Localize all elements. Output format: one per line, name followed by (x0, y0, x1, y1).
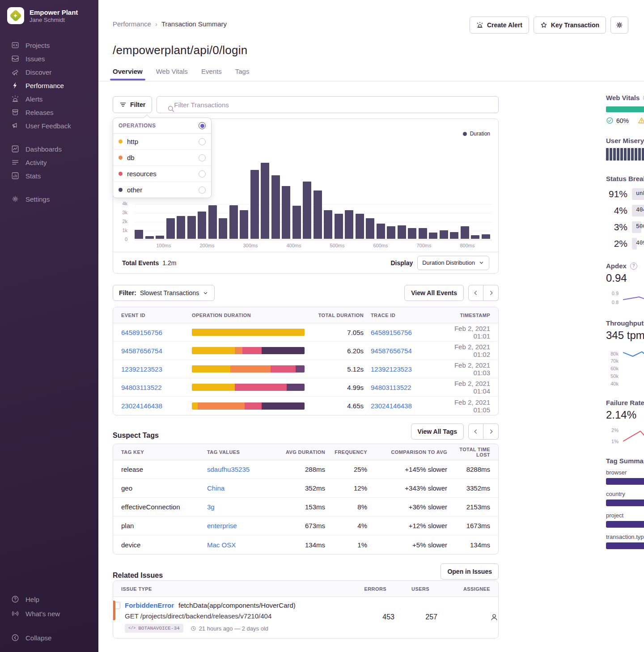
display-dropdown-value: Duration Distribution (422, 259, 475, 266)
warning-triangle-icon (638, 117, 644, 124)
chevron-left-icon (473, 290, 479, 296)
table-row: 123921235235.12s12392123523Feb 2, 2021 0… (113, 360, 498, 378)
filter-option-db[interactable]: db (113, 150, 211, 166)
operations-header-row[interactable]: OPERATIONS (113, 118, 211, 134)
assignee-button[interactable] (445, 613, 498, 621)
misery-segment (635, 148, 637, 161)
comparison-to-avg: +12% slower (373, 522, 447, 529)
event-id-link[interactable]: 23024146438 (121, 402, 185, 410)
issue-error-type-link[interactable]: ForbiddenError (125, 601, 174, 609)
collapse-icon (11, 634, 19, 642)
misery-segment (638, 148, 641, 161)
avg-duration: 673ms (280, 522, 325, 529)
sidebar-item-activity[interactable]: Activity (0, 156, 98, 169)
prev-page-button[interactable] (468, 423, 483, 440)
next-page-button[interactable] (483, 285, 499, 301)
filter-option-label: db (127, 154, 135, 161)
filter-option-http[interactable]: http (113, 134, 211, 150)
operations-header-label: OPERATIONS (119, 123, 156, 129)
view-all-tags-button[interactable]: View All Tags (411, 423, 464, 440)
x-axis-label: 600ms (373, 243, 388, 248)
org-switcher[interactable]: ✦ Empower Plant Jane Schmidt (0, 0, 98, 29)
sidebar-item-help[interactable]: Help (0, 592, 98, 606)
trace-id-link[interactable]: 12392123523 (371, 365, 446, 373)
filter-option-radio[interactable] (199, 186, 206, 194)
tab-tags[interactable]: Tags (235, 68, 250, 80)
activity-icon (11, 158, 19, 166)
operations-radio-selected[interactable] (199, 122, 206, 129)
tag-value-link[interactable]: Mac OSX (207, 541, 274, 549)
view-all-events-button[interactable]: View All Events (404, 285, 464, 301)
key-transaction-button[interactable]: Key Transaction (534, 17, 606, 34)
sidebar-item-label: Discover (25, 68, 51, 76)
status-row: 4%404 not_found (606, 205, 644, 216)
chart-legend[interactable]: Duration (463, 131, 490, 137)
misery-segment (631, 148, 634, 161)
tab-overview[interactable]: Overview (113, 68, 143, 80)
sidebar-item-issues[interactable]: Issues (0, 52, 98, 65)
total-duration: 5.12s (312, 365, 364, 373)
trace-id-link[interactable]: 64589156756 (371, 329, 446, 336)
settings-gear-button[interactable] (610, 17, 628, 34)
event-id-link[interactable]: 12392123523 (121, 365, 185, 373)
filter-option-radio[interactable] (199, 170, 206, 178)
y-axis-labels: 80k70k60k50k40k (606, 345, 622, 389)
filter-option-radio[interactable] (199, 138, 206, 145)
histogram-bar (314, 191, 322, 239)
event-id-link[interactable]: 94803113522 (121, 384, 185, 391)
event-id-link[interactable]: 94587656754 (121, 347, 185, 355)
search-input[interactable] (157, 96, 499, 113)
frequency: 12% (331, 484, 367, 492)
tag-key: release (121, 466, 201, 473)
project-chip[interactable]: </> BOTANAVOICE-34 (125, 624, 183, 633)
sidebar-item-settings[interactable]: Settings (0, 192, 98, 206)
sidebar-item-discover[interactable]: Discover (0, 65, 98, 79)
x-axis-label: 300ms (243, 243, 258, 248)
sidebar-item-releases[interactable]: Releases (0, 106, 98, 119)
breadcrumb-performance[interactable]: Performance (113, 20, 151, 28)
sidebar-item-projects[interactable]: Projects (0, 38, 98, 52)
histogram-bar (356, 214, 364, 239)
tag-value-link[interactable]: China (207, 484, 274, 492)
operation-segment (192, 384, 235, 391)
display-dropdown[interactable]: Duration Distribution (417, 256, 489, 270)
help-question-icon[interactable]: ? (630, 262, 637, 270)
histogram-bar (187, 216, 196, 239)
events-filter-value: Slowest Transactions (140, 289, 199, 296)
sidebar-item-performance[interactable]: Performance (0, 79, 98, 92)
sidebar-item-alerts[interactable]: Alerts (0, 92, 98, 106)
open-in-issues-label: Open in Issues (447, 568, 492, 575)
sidebar-item-stats[interactable]: Stats (0, 169, 98, 182)
trace-id-link[interactable]: 94587656754 (371, 347, 446, 355)
avg-duration: 134ms (280, 541, 325, 549)
trace-id-link[interactable]: 94803113522 (371, 384, 446, 391)
filter-button[interactable]: Filter (113, 96, 152, 113)
filter-option-resources[interactable]: resources (113, 166, 211, 182)
next-page-button[interactable] (483, 423, 499, 440)
events-filter-label: Filter: (119, 289, 136, 296)
tag-value-link[interactable]: enterprise (207, 522, 274, 529)
filter-option-radio[interactable] (199, 154, 206, 161)
related-issues-title: Related Issues (113, 572, 163, 580)
sidebar-item-collapse[interactable]: Collapse (0, 631, 98, 645)
filter-option-other[interactable]: other (113, 182, 211, 198)
status-percent: 2% (606, 238, 627, 249)
sidebar-item-user-feedback[interactable]: User Feedback (0, 119, 98, 132)
tag-value-link[interactable]: 3g (207, 503, 274, 511)
tab-web-vitals[interactable]: Web Vitals (156, 68, 188, 80)
event-id-link[interactable]: 64589156756 (121, 329, 185, 336)
histogram-bar (387, 226, 395, 239)
slowest-transactions-dropdown[interactable]: Filter: Slowest Transactions (113, 285, 215, 301)
trace-id-link[interactable]: 23024146438 (371, 402, 446, 410)
misery-segment (624, 148, 627, 161)
histogram-bar (366, 218, 374, 239)
prev-page-button[interactable] (468, 285, 483, 301)
open-in-issues-button[interactable]: Open in Issues (441, 563, 499, 580)
sidebar-item-dashboards[interactable]: Dashboards (0, 142, 98, 156)
tag-value-link[interactable]: sdaufhu35235 (207, 466, 274, 473)
create-alert-button[interactable]: Create Alert (470, 17, 529, 34)
tab-events[interactable]: Events (201, 68, 222, 80)
timestamp: Feb 2, 2021 01:05 (453, 398, 490, 414)
sidebar-item-what-s-new[interactable]: What's new (0, 606, 98, 621)
star-icon (540, 21, 547, 29)
